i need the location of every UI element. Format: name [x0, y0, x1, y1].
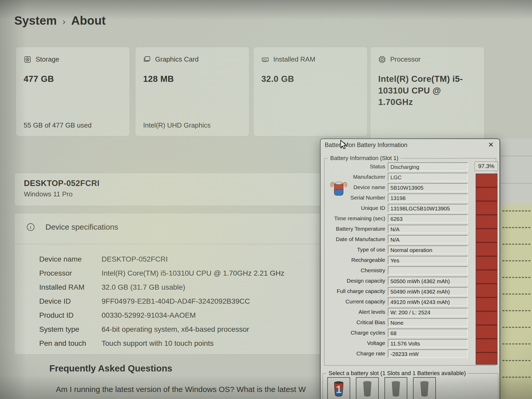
close-icon[interactable]: ✕ — [487, 141, 495, 149]
faq-question-link[interactable]: Am I running the latest version of the W… — [56, 385, 347, 394]
battery-info-group: Battery Information (Slot 1) StatusDisch… — [324, 158, 496, 365]
battery-information-dialog: BatteryMon Battery Information ✕ Battery… — [320, 138, 500, 399]
card-label: Graphics Card — [155, 55, 199, 63]
spec-label: Device ID — [39, 297, 102, 305]
field-row: Charge rate-28233 mW — [324, 349, 468, 358]
spec-value: 64-bit operating system, x64-based proce… — [102, 325, 249, 334]
spec-label: Product ID — [39, 311, 102, 320]
voltage-field: 11.576 Volts — [388, 339, 468, 348]
card-value: Intel(R) Core(TM) i5-10310U CPU @ 1.70GH… — [378, 73, 464, 108]
battery-slot-1-button[interactable]: 1 — [327, 377, 350, 399]
field-label: Unique ID — [324, 205, 388, 211]
field-row: Alert levelsW: 200 / L: 2524 — [324, 308, 468, 316]
field-row: Time remaining (sec)6263 — [324, 214, 468, 223]
status-field: Discharging — [388, 162, 468, 171]
battery-slot-empty-icon — [361, 380, 374, 397]
field-label: Manufacturer — [324, 174, 388, 180]
device-name-field: 5B10W13905 — [388, 183, 468, 192]
field-label: Charge rate — [324, 350, 388, 357]
field-label: Status — [324, 163, 388, 170]
current-capacity-field: 49120 mWh (4243 mAh) — [388, 297, 468, 306]
battery-charge-gauge — [476, 174, 497, 365]
alert-levels-field: W: 200 / L: 2524 — [388, 308, 468, 316]
field-label: Alert levels — [324, 309, 388, 315]
graph-gridlines — [502, 210, 530, 399]
gridline — [502, 377, 530, 378]
breadcrumb-chevron-icon: › — [63, 15, 65, 26]
faq-title: Frequently Asked Questions — [49, 363, 172, 374]
battery-slot-3-button[interactable] — [384, 377, 407, 399]
gridline — [502, 310, 530, 311]
field-label: Voltage — [324, 340, 388, 346]
charge-cycles-field: 68 — [388, 329, 468, 337]
charge-rate-field: -28233 mW — [388, 349, 468, 358]
field-label: Chemistry — [324, 267, 388, 274]
field-label: Critical Bias — [324, 319, 388, 325]
field-row: Charge cycles68 — [324, 328, 468, 337]
field-row: Chemistry — [324, 266, 468, 275]
unique-id-field: 13198LGC5B10W13905 — [388, 204, 468, 212]
gridline — [502, 327, 530, 328]
full-charge-capacity-field: 50490 mWh (4362 mAh) — [388, 287, 468, 296]
card-value: 32.0 GB — [261, 73, 360, 85]
field-label: Date of Manufacture — [324, 236, 388, 242]
spec-value: 9FF04979-E2B1-404D-AD4F-3242092B39CC — [102, 297, 250, 305]
gridline — [502, 294, 530, 295]
card-label: Storage — [36, 55, 59, 63]
breadcrumb: System › About — [14, 14, 106, 28]
processor-card: Processor Intel(R) Core(TM) i5-10310U CP… — [370, 47, 484, 151]
card-value: 128 MB — [143, 73, 241, 85]
gridline — [502, 227, 530, 228]
field-label: Charge cycles — [324, 330, 388, 336]
battery-slot-2-button[interactable] — [356, 377, 379, 399]
spec-value: Intel(R) Core(TM) i5-10310U CPU @ 1.70GH… — [102, 269, 284, 277]
field-row: Date of ManufactureN/A — [324, 235, 468, 244]
divider — [500, 156, 532, 156]
group-title: Battery Information (Slot 1) — [328, 155, 401, 162]
svg-text:1: 1 — [336, 384, 342, 395]
spec-value: 32.0 GB (31.7 GB usable) — [102, 283, 185, 291]
battery-slot-empty-icon — [418, 380, 431, 397]
battery-temperature-field: N/A — [388, 225, 468, 233]
design-capacity-field: 50500 mWh (4362 mAh) — [388, 277, 468, 285]
field-label: Rechargeable — [324, 257, 388, 263]
field-row: ManufacturerLGC — [324, 172, 468, 181]
dialog-title: BatteryMon Battery Information — [325, 142, 407, 149]
field-row: Voltage11.576 Volts — [324, 339, 468, 348]
field-row: Design capacity50500 mWh (4362 mAh) — [324, 276, 468, 285]
gridline — [502, 244, 530, 245]
field-label: Type of use — [324, 247, 388, 253]
storage-card: Storage 477 GB 55 GB of 477 GB used — [16, 47, 130, 136]
spec-label: Device name — [39, 255, 102, 263]
field-row: Full charge capacity50490 mWh (4362 mAh) — [324, 287, 468, 296]
section-title: Device specifications — [45, 223, 118, 231]
field-row: Type of useNormal operation — [324, 245, 468, 254]
serial-number-field: 13198 — [388, 194, 468, 202]
gridline — [502, 343, 530, 344]
cpu-icon — [378, 56, 386, 63]
field-row: Unique ID13198LGC5B10W13905 — [324, 204, 468, 212]
field-label: Current capacity — [324, 298, 388, 305]
breadcrumb-system[interactable]: System — [14, 14, 57, 28]
spec-value: 00330-52992-91034-AAOEM — [102, 311, 196, 320]
gridline — [502, 360, 530, 361]
card-subtext: Intel(R) UHD Graphics — [143, 121, 211, 129]
battery-slot-4-button[interactable] — [413, 377, 436, 399]
storage-icon — [24, 56, 31, 63]
battery-slot-group: Select a battery slot (1 Slots and 1 Bat… — [323, 373, 498, 399]
battery-percent: 97.3% — [475, 162, 498, 171]
field-label: Full charge capacity — [324, 288, 388, 294]
field-label: Battery Temperature — [324, 226, 388, 232]
field-row: Serial Number13198 — [324, 193, 468, 202]
field-row: Battery TemperatureN/A — [324, 224, 468, 233]
spec-label: Pen and touch — [39, 339, 102, 348]
gridline — [502, 260, 530, 261]
graphics-card: Graphics Card 128 MB Intel(R) UHD Graphi… — [135, 47, 249, 136]
time-remaining-field: 6263 — [388, 214, 468, 223]
card-subtext: 55 GB of 477 GB used — [24, 121, 92, 129]
field-row: Critical BiasNone — [324, 318, 468, 327]
battery-slot-empty-icon — [389, 380, 403, 397]
spec-value: Touch support with 10 touch points — [102, 339, 214, 348]
spec-label: System type — [39, 325, 102, 334]
ram-icon — [261, 56, 269, 63]
